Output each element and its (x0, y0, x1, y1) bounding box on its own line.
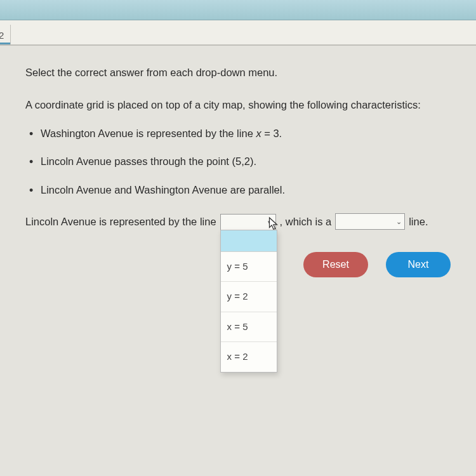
bullet-text-rest: = 3. (261, 128, 282, 139)
dropdown-option[interactable]: x = 2 (221, 342, 277, 372)
dropdown-option[interactable]: y = 5 (221, 252, 277, 282)
characteristics-list: Washington Avenue is represented by the … (25, 126, 451, 198)
list-item: Washington Avenue is represented by the … (41, 126, 451, 142)
answer-text-2: , which is a (280, 214, 332, 230)
next-button[interactable]: Next (386, 252, 451, 277)
tab-bar: 2 (0, 20, 476, 46)
tab-label: 2 (0, 30, 4, 41)
chevron-down-icon: ⌄ (396, 216, 402, 227)
bullet-text: Lincoln Avenue and Washington Avenue are… (41, 184, 285, 195)
reset-button[interactable]: Reset (303, 252, 368, 277)
chevron-down-icon: ▾ (268, 217, 272, 228)
dropdown-1[interactable]: ▾ (220, 214, 276, 230)
answer-row: Lincoln Avenue is represented by the lin… (25, 213, 451, 230)
dropdown-1-list: y = 5 y = 2 x = 5 x = 2 (220, 230, 277, 373)
reset-label: Reset (322, 259, 349, 270)
bullet-text: Lincoln Avenue passes through the point … (41, 155, 256, 167)
list-item: Lincoln Avenue passes through the point … (41, 154, 451, 169)
dropdown-option[interactable]: y = 2 (221, 282, 277, 312)
dropdown-option[interactable]: x = 5 (221, 312, 277, 343)
content-area: Select the correct answer from each drop… (0, 46, 476, 296)
dropdown-1-wrapper: ▾ y = 5 y = 2 x = 5 x = 2 (220, 213, 276, 230)
dropdown-option-blank[interactable] (221, 230, 277, 252)
next-label: Next (408, 259, 429, 270)
answer-text-1: Lincoln Avenue is represented by the lin… (25, 214, 216, 230)
window-top-bar (0, 0, 476, 20)
instruction-text: Select the correct answer from each drop… (25, 65, 451, 81)
dropdown-2[interactable]: ⌄ (335, 213, 405, 230)
problem-statement: A coordinate grid is placed on top of a … (25, 97, 451, 113)
bullet-text: Washington Avenue is represented by the … (41, 128, 256, 139)
tab-question-2[interactable]: 2 (0, 25, 11, 44)
list-item: Lincoln Avenue and Washington Avenue are… (41, 182, 451, 198)
math-var: x (256, 128, 261, 139)
answer-text-3: line. (409, 214, 428, 230)
